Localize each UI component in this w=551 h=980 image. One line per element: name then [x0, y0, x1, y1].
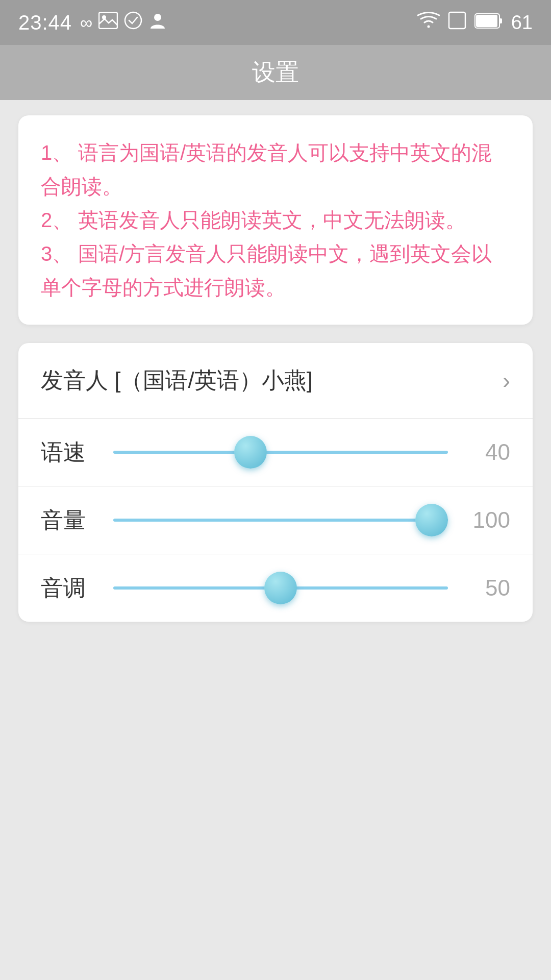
info-line-2: 2、 英语发音人只能朗读英文，中文无法朗读。: [41, 203, 510, 237]
volume-slider-container: [113, 505, 448, 535]
svg-point-2: [125, 12, 141, 29]
info-line-1: 1、 语言为国语/英语的发音人可以支持中英文的混合朗读。: [41, 136, 510, 203]
status-right: 61: [417, 11, 533, 34]
pitch-slider[interactable]: [113, 586, 448, 590]
status-bar: 23:44 ∞: [0, 0, 551, 45]
battery-icon: [474, 12, 503, 33]
status-left: 23:44 ∞: [18, 11, 167, 34]
info-card: 1、 语言为国语/英语的发音人可以支持中英文的混合朗读。 2、 英语发音人只能朗…: [18, 115, 533, 325]
svg-rect-6: [476, 15, 497, 27]
speed-slider[interactable]: [113, 451, 448, 454]
pitch-slider-container: [113, 573, 448, 603]
speed-row: 语速 40: [18, 419, 533, 486]
svg-rect-4: [449, 12, 465, 29]
chevron-right-icon: ›: [503, 368, 510, 394]
page-title: 设置: [252, 57, 299, 88]
volume-value: 100: [464, 507, 510, 533]
image-icon: [98, 12, 118, 33]
wifi-icon: [417, 11, 440, 34]
battery-level: 61: [511, 12, 533, 34]
pitch-value: 50: [464, 575, 510, 601]
check-circle-icon: [124, 11, 142, 34]
svg-point-3: [154, 14, 161, 21]
speed-label: 语速: [41, 437, 97, 468]
person-icon: [148, 11, 167, 34]
status-time: 23:44: [18, 11, 72, 34]
phone-icon: [448, 11, 466, 34]
settings-card: 发音人 [（国语/英语）小燕] › 语速 40 音量 100 音调 50: [18, 343, 533, 622]
svg-rect-0: [99, 12, 117, 29]
volume-slider[interactable]: [113, 519, 448, 522]
speed-slider-container: [113, 437, 448, 468]
voice-row[interactable]: 发音人 [（国语/英语）小燕] ›: [18, 343, 533, 419]
voice-label: 发音人 [（国语/英语）小燕]: [41, 365, 313, 396]
speed-value: 40: [464, 439, 510, 465]
infinity-icon: ∞: [80, 13, 92, 33]
volume-row: 音量 100: [18, 486, 533, 554]
status-icons: ∞: [80, 11, 167, 34]
pitch-row: 音调 50: [18, 554, 533, 622]
svg-rect-7: [499, 18, 502, 23]
info-line-3: 3、 国语/方言发音人只能朗读中文，遇到英文会以单个字母的方式进行朗读。: [41, 237, 510, 304]
volume-label: 音量: [41, 505, 97, 535]
title-bar: 设置: [0, 45, 551, 100]
pitch-label: 音调: [41, 573, 97, 603]
content-area: 1、 语言为国语/英语的发音人可以支持中英文的混合朗读。 2、 英语发音人只能朗…: [0, 100, 551, 637]
